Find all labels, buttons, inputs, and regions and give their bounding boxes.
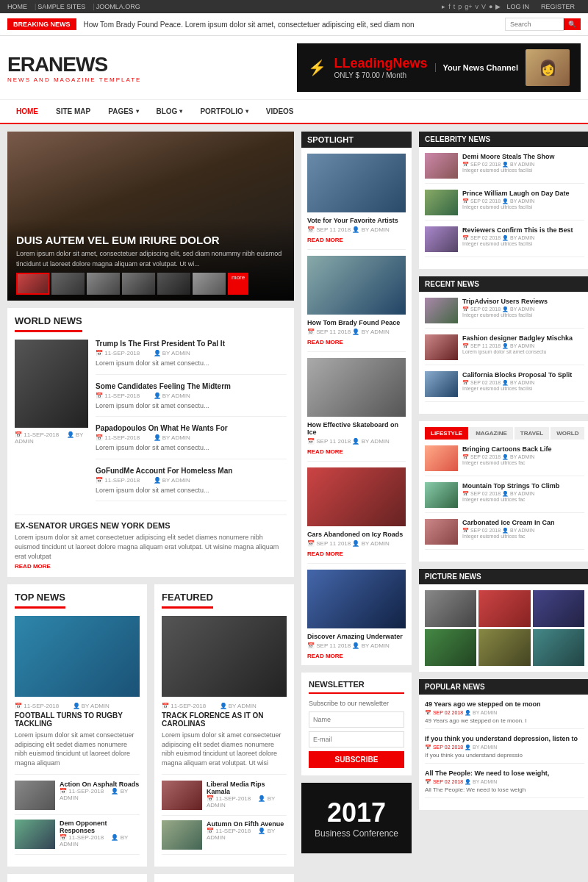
picture-item-1[interactable]	[425, 590, 476, 627]
nav-item-sitemap[interactable]: SITE MAP	[47, 100, 99, 123]
nav-item-blog[interactable]: BLOG ▾	[148, 100, 192, 123]
spotlight-title-2[interactable]: How Tom Brady Found Peace	[307, 319, 406, 326]
tab-excerpt-3: Integer euismod ultrices fac	[462, 534, 555, 539]
celeb-title-1[interactable]: Demi Moore Steals The Show	[462, 153, 555, 160]
hero-thumb-6[interactable]	[193, 273, 226, 295]
spotlight-title-5[interactable]: Discover Amazing Underwater	[307, 633, 406, 640]
nav-item-videos[interactable]: VIDEOS	[257, 100, 303, 123]
featured-small-2-title[interactable]: Autumn On Fifth Avenue	[207, 820, 287, 828]
more-button[interactable]: more	[228, 273, 248, 295]
nav-home[interactable]: HOME	[7, 3, 27, 10]
world-article-2-title[interactable]: Some Candidates Feeling The Midterm	[96, 382, 287, 390]
picture-item-2[interactable]	[478, 590, 530, 627]
popular-title-2[interactable]: If you think you understand depression, …	[425, 735, 584, 742]
world-article-3-title[interactable]: Papadopoulos On What He Wants For	[96, 424, 287, 432]
celeb-title-3[interactable]: Reviewers Confirm This is the Best	[462, 226, 573, 234]
youtube-icon: ▶	[495, 3, 501, 10]
nav-joomla[interactable]: JOOMLA.ORG	[96, 3, 140, 10]
spotlight-title-4[interactable]: Cars Abandoned on Icy Roads	[307, 531, 406, 538]
recent-article-1: TripAdvisor Users Reviews 📅 SEP 02 2018 …	[425, 298, 584, 329]
spotlight-readmore-4[interactable]: READ MORE	[307, 551, 343, 557]
search-button[interactable]: 🔍	[564, 18, 581, 30]
newsletter-subscribe-button[interactable]: Subscribe	[309, 751, 404, 768]
celeb-img-1	[425, 153, 458, 179]
main-nav: HOME SITE MAP PAGES ▾ BLOG ▾ PORTFOLIO ▾…	[0, 99, 588, 124]
ex-senator-read-more[interactable]: READ MORE	[15, 563, 51, 570]
hero-thumbs: more	[16, 273, 285, 295]
breaking-news-label: BREAKING NEWS	[7, 18, 76, 30]
tab-title-1[interactable]: Bringing Cartoons Back Life	[462, 445, 552, 453]
featured-small-2-image	[162, 820, 202, 850]
logo-subtitle: NEWS AND MAGAZINE TEMPLATE	[7, 76, 141, 83]
nav-item-portfolio[interactable]: PORTFOLIO ▾	[191, 100, 257, 123]
nav-sample-sites[interactable]: SAMPLE SITES	[37, 3, 85, 10]
top-news-small-2-title[interactable]: Dem Opponent Responses	[60, 820, 140, 834]
hero-thumb-3[interactable]	[87, 273, 120, 295]
search-bar[interactable]: 🔍	[505, 18, 581, 31]
vimeo-icon: v	[476, 3, 479, 10]
rss-icon: ▸	[442, 3, 445, 10]
register-link[interactable]: REGISTER	[541, 3, 575, 10]
spotlight-section: SPOTLIGHT Vote for Your Favorite Artists…	[301, 132, 412, 665]
top-news-header: TOP NEWS	[15, 592, 65, 609]
newsletter-name-input[interactable]	[309, 711, 404, 728]
nav-item-pages[interactable]: PAGES ▾	[99, 100, 147, 123]
world-article-1-excerpt: Lorem ipsum dolor sit amet consectu...	[96, 359, 287, 368]
picture-item-6[interactable]	[533, 629, 584, 666]
recent-title-2[interactable]: Fashion designer Badgley Mischka	[462, 334, 573, 342]
world-article-4-title[interactable]: GoFundMe Account For Homeless Man	[96, 467, 287, 475]
tab-title-2[interactable]: Mountain Top Strings To Climb	[462, 482, 559, 490]
celeb-info-1: Demi Moore Steals The Show 📅 SEP 02 2018…	[462, 153, 555, 179]
recent-img-3	[425, 371, 458, 397]
world-article-3-excerpt: Lorem ipsum dolor sit amet consectu...	[96, 443, 287, 453]
technology-section: TECHNOLOGY	[154, 874, 294, 882]
tab-title-3[interactable]: Carbonated Ice Cream In Can	[462, 519, 555, 526]
picture-item-3[interactable]	[533, 590, 584, 627]
search-input[interactable]	[505, 18, 564, 31]
recent-title-3[interactable]: California Blocks Proposal To Split	[462, 371, 572, 379]
popular-excerpt-1: 49 Years ago we stepped on te moon. I	[425, 717, 584, 724]
tab-magazine[interactable]: MAGAZINE	[470, 427, 513, 440]
spotlight-readmore-1[interactable]: READ MORE	[307, 237, 343, 243]
featured-main-excerpt: Lorem ipsum dolor sit amet consectetuer …	[162, 731, 287, 767]
picture-item-5[interactable]	[478, 629, 530, 666]
newsletter-email-input[interactable]	[309, 731, 404, 747]
featured-small-1-title[interactable]: Liberal Media Rips Kamala	[207, 781, 287, 795]
picture-item-4[interactable]	[425, 629, 476, 666]
tab-world[interactable]: WORLD	[551, 427, 584, 440]
breaking-news-text: How Tom Brady Found Peace. Lorem ipsum d…	[84, 21, 505, 29]
world-art4-date: 📅 11-SEP-2018	[96, 477, 146, 484]
hero-thumb-5[interactable]	[157, 273, 190, 295]
spotlight-readmore-5[interactable]: READ MORE	[307, 653, 343, 659]
recent-title-1[interactable]: TripAdvisor Users Reviews	[462, 298, 548, 305]
spotlight-meta-4: 📅 SEP 11 2018 👤 BY ADMIN	[307, 540, 406, 547]
celeb-title-2[interactable]: Prince William Laugh on Day Date	[462, 190, 569, 197]
spotlight-readmore-2[interactable]: READ MORE	[307, 339, 343, 345]
world-art3-author: 👤 BY ADMIN	[154, 434, 196, 441]
world-article-1-title[interactable]: Trump Is The First President To Pal It	[96, 340, 287, 348]
top-news-main-title[interactable]: FOOTBALL TURNS TO RUGBY TACKLING	[15, 711, 140, 728]
hero-thumb-1[interactable]	[16, 273, 49, 295]
popular-news-header: POPULAR NEWS	[419, 679, 588, 695]
spotlight-readmore-3[interactable]: READ MORE	[307, 448, 343, 455]
spotlight-meta-5: 📅 SEP 11 2018 👤 BY ADMIN	[307, 642, 406, 649]
picture-news-header: PICTURE NEWS	[419, 569, 588, 584]
hero-thumb-4[interactable]	[122, 273, 155, 295]
spotlight-img-4	[307, 467, 406, 526]
tab-travel[interactable]: TRAVEL	[514, 427, 549, 440]
world-news-grid: 📅 11-SEP-2018 👤 BY ADMIN Trump Is The Fi…	[15, 340, 287, 509]
featured-main-title[interactable]: TRACK FLORENCE AS IT ON CAROLINAS	[162, 711, 287, 728]
pinterest-icon: p	[458, 3, 462, 10]
login-link[interactable]: LOG IN	[506, 3, 529, 10]
tab-lifestyle[interactable]: LIFESTYLE	[425, 427, 468, 440]
spotlight-title-3[interactable]: How Effective Skateboard on Ice	[307, 421, 406, 436]
popular-title-3[interactable]: All The People: We need to lose weight,	[425, 770, 584, 777]
celeb-excerpt-1: Integer euismod ultrices facilisi	[462, 168, 555, 173]
nav-item-home[interactable]: HOME	[7, 100, 47, 124]
spotlight-title-1[interactable]: Vote for Your Favorite Artists	[307, 217, 406, 224]
popular-title-1[interactable]: 49 Years ago we stepped on te moon	[425, 700, 584, 708]
top-news-small-1-title[interactable]: Action On Asphalt Roads	[60, 781, 140, 788]
ex-senator-title[interactable]: EX-SENATOR URGES NEW YORK DEMS	[15, 521, 287, 530]
hero-thumb-2[interactable]	[51, 273, 85, 295]
popular-meta-3: 📅 SEP 02 2018 👤 BY ADMIN	[425, 779, 584, 785]
